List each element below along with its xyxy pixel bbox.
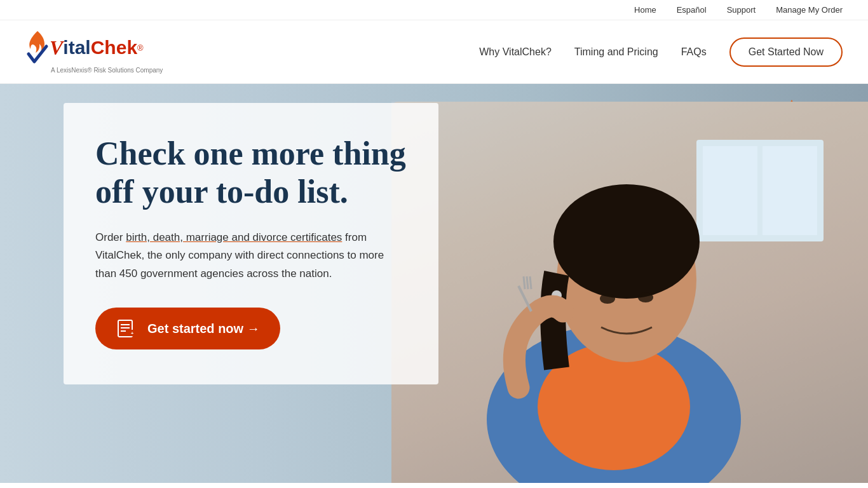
svg-line-13 <box>524 276 525 289</box>
nav-links: Why VitalChek? Timing and Pricing FAQs G… <box>479 37 843 67</box>
hero-body-prefix: Order <box>95 231 126 243</box>
hero-card: Check one more thing off your to-do list… <box>64 103 438 384</box>
timing-pricing-link[interactable]: Timing and Pricing <box>574 46 658 58</box>
logo-reg: ® <box>137 44 144 52</box>
logo-chek-text: Chek <box>91 38 137 57</box>
svg-point-9 <box>600 294 615 304</box>
svg-rect-3 <box>703 146 757 235</box>
home-link[interactable]: Home <box>634 5 656 15</box>
hero-person-image <box>391 102 868 483</box>
logo-v-text: V <box>50 37 63 58</box>
logo[interactable]: VitalChek® A LexisNexis® Risk Solutions … <box>25 30 163 74</box>
hero-body-link[interactable]: birth, death, marriage and divorce certi… <box>126 231 342 243</box>
hero-body: Order birth, death, marriage and divorce… <box>95 229 407 284</box>
main-nav: VitalChek® A LexisNexis® Risk Solutions … <box>0 20 868 84</box>
svg-line-14 <box>527 276 528 289</box>
logo-flame-icon <box>25 30 50 65</box>
get-started-nav-button[interactable]: Get Started Now <box>729 37 843 67</box>
get-started-label: Get started now → <box>147 322 260 336</box>
faqs-link[interactable]: FAQs <box>681 46 707 58</box>
document-icon: + <box>116 319 139 338</box>
svg-point-10 <box>638 292 653 302</box>
manage-order-link[interactable]: Manage My Order <box>776 5 843 15</box>
person-silhouette <box>391 102 868 483</box>
hero-headline: Check one more thing off your to-do list… <box>95 135 407 211</box>
svg-rect-4 <box>763 146 817 235</box>
why-vitalchek-link[interactable]: Why VitalChek? <box>479 46 552 58</box>
svg-line-15 <box>530 276 531 289</box>
get-started-hero-button[interactable]: + Get started now → <box>95 308 280 349</box>
logo-subtitle: A LexisNexis® Risk Solutions Company <box>51 67 163 74</box>
hero-section: Check one more thing off your to-do list… <box>0 84 868 483</box>
svg-point-8 <box>553 184 700 299</box>
top-bar: Home Español Support Manage My Order <box>0 0 868 20</box>
svg-text:+: + <box>131 330 134 336</box>
espanol-link[interactable]: Español <box>677 5 707 15</box>
logo-ital-text: ital <box>63 38 90 57</box>
support-link[interactable]: Support <box>727 5 756 15</box>
